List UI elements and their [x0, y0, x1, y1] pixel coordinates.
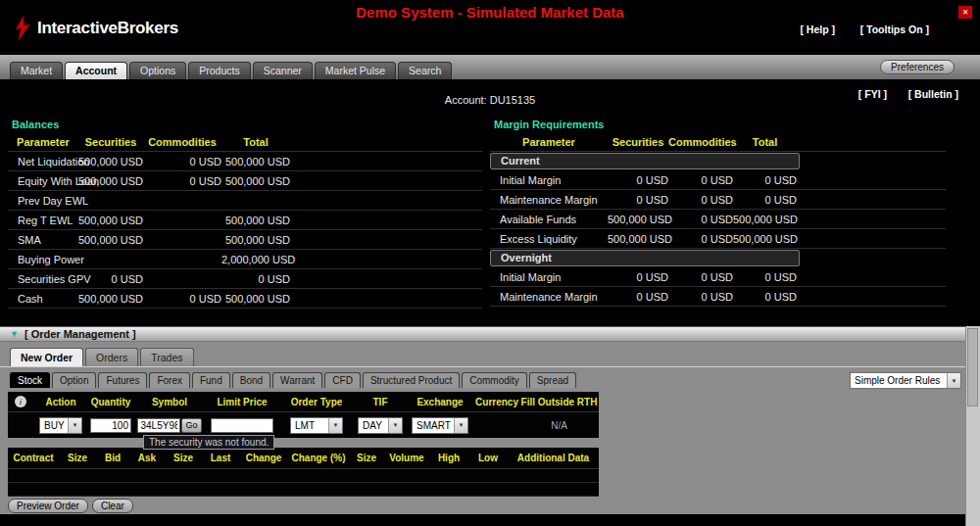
table-row: Cash 500,000 USD 0 USD 500,000 USD: [8, 289, 482, 309]
column-header-limit-price: Limit Price: [206, 397, 278, 407]
margin-commodities: 0 USD: [668, 174, 733, 186]
preferences-button[interactable]: Preferences: [880, 60, 955, 74]
instrument-tab-warrant[interactable]: Warrant: [272, 372, 322, 388]
tab-new-order[interactable]: New Order: [10, 348, 83, 366]
instrument-tab-structured-product[interactable]: Structured Product: [363, 372, 460, 388]
instrument-tab-stock[interactable]: Stock: [10, 372, 50, 388]
entry-cell-symbol: Go: [133, 418, 206, 433]
order-entry-header-row: i Action Quantity Symbol Limit Price Ord…: [8, 392, 599, 412]
margin-section-current: Current: [490, 153, 800, 169]
account-strip: Account: DU15135 [ FYI ] [ Bulletin ]: [0, 79, 980, 117]
table-row: Reg T EWL 500,000 USD 500,000 USD: [8, 211, 482, 230]
balances-title: Balances: [8, 117, 482, 133]
collapse-arrow-icon[interactable]: ▼: [10, 329, 19, 339]
table-row: [8, 483, 599, 497]
symbol-input[interactable]: [137, 418, 180, 433]
table-row: Excess Liquidity 500,000 USD 0 USD 500,0…: [490, 229, 946, 249]
balances-panel: Balances Parameter Securities Commoditie…: [8, 117, 482, 309]
brand-name: InteractiveBrokers: [37, 19, 178, 38]
order-rules-select[interactable]: Simple Order Rules ▼: [850, 372, 961, 389]
tooltips-toggle-link[interactable]: [ Tooltips On ]: [860, 24, 929, 35]
tab-market[interactable]: Market: [10, 62, 63, 79]
action-select[interactable]: BUY ▼: [39, 417, 82, 434]
info-icon[interactable]: i: [15, 396, 26, 407]
balance-securities: 500,000 USD: [78, 234, 143, 246]
exchange-select[interactable]: SMART ▼: [412, 417, 468, 434]
column-header-total: Total: [733, 136, 797, 148]
tab-account[interactable]: Account: [65, 62, 127, 79]
bulletin-link[interactable]: [ Bulletin ]: [908, 88, 958, 100]
margin-header-row: Parameter Securities Commodities Total: [490, 133, 946, 152]
go-button[interactable]: Go: [181, 418, 201, 433]
vertical-scrollbar[interactable]: [965, 326, 980, 526]
order-type-select[interactable]: LMT ▼: [290, 417, 343, 434]
instrument-tab-option[interactable]: Option: [52, 372, 96, 388]
tab-scanner[interactable]: Scanner: [253, 62, 313, 79]
instrument-tabs: Stock Option Futures Forex Fund Bond War…: [10, 372, 576, 388]
tif-select[interactable]: DAY ▼: [358, 417, 403, 434]
limit-price-input[interactable]: [211, 418, 273, 433]
tif-select-value: DAY: [363, 420, 382, 431]
table-row: Buying Power 2,000,000 USD: [8, 250, 482, 269]
instrument-tab-cfd[interactable]: CFD: [324, 372, 361, 388]
margin-total: 500,000 USD: [733, 214, 797, 225]
instrument-tab-bond[interactable]: Bond: [232, 372, 270, 388]
table-row: Net Liquidation 500,000 USD 0 USD 500,00…: [8, 152, 482, 171]
balance-parameter: SMA: [8, 234, 78, 246]
tab-options[interactable]: Options: [129, 62, 186, 79]
column-header-size: Size: [165, 453, 202, 463]
balance-securities: 500,000 USD: [78, 175, 143, 187]
balance-securities: 500,000 USD: [78, 156, 143, 167]
clear-button[interactable]: Clear: [92, 499, 133, 513]
column-header-currency: Currency: [474, 397, 519, 407]
help-link[interactable]: [ Help ]: [800, 24, 835, 35]
order-management-section: ▼ [ Order Management ] New Order Orders …: [0, 326, 965, 514]
margin-commodities: 0 USD: [668, 214, 733, 225]
margin-requirements-panel: Margin Requirements Parameter Securities…: [490, 117, 946, 307]
margin-total: 500,000 USD: [733, 233, 797, 245]
margin-total: 0 USD: [733, 174, 797, 186]
top-header: InteractiveBrokers Demo System - Simulat…: [0, 0, 980, 55]
table-row: Initial Margin 0 USD 0 USD 0 USD: [490, 267, 946, 287]
entry-cell-exchange: SMART ▼: [406, 417, 474, 434]
tab-orders[interactable]: Orders: [85, 348, 138, 366]
instrument-tab-futures[interactable]: Futures: [98, 372, 147, 388]
margin-securities: 500,000 USD: [608, 214, 668, 225]
tab-products[interactable]: Products: [188, 62, 250, 79]
footer-strip: [0, 514, 965, 526]
chevron-down-icon: ▼: [454, 418, 467, 433]
margin-parameter: Excess Liquidity: [490, 233, 608, 245]
balance-commodities: 0 USD: [143, 156, 221, 167]
fyi-link[interactable]: [ FYI ]: [858, 88, 887, 100]
column-header-change-pct: Change (%): [288, 453, 349, 463]
balance-commodities: 0 USD: [143, 175, 221, 187]
instrument-tab-commodity[interactable]: Commodity: [462, 372, 527, 388]
margin-section-overnight: Overnight: [490, 250, 800, 266]
tab-market-pulse[interactable]: Market Pulse: [315, 62, 396, 79]
balance-total: 500,000 USD: [221, 215, 290, 226]
column-header-symbol: Symbol: [133, 397, 206, 407]
exchange-select-value: SMART: [416, 420, 451, 431]
account-number: DU15135: [490, 94, 535, 106]
account-display: Account: DU15135: [0, 94, 980, 106]
account-label: Account:: [445, 94, 487, 106]
instrument-tab-forex[interactable]: Forex: [149, 372, 190, 388]
order-management-titlebar: ▼ [ Order Management ]: [0, 326, 965, 342]
column-header-bid: Bid: [96, 453, 129, 463]
table-row: Available Funds 500,000 USD 0 USD 500,00…: [490, 210, 946, 229]
instrument-tab-spread[interactable]: Spread: [529, 372, 576, 388]
instrument-tab-fund[interactable]: Fund: [192, 372, 230, 388]
quantity-input[interactable]: [90, 418, 131, 433]
table-row: Initial Margin 0 USD 0 USD 0 USD: [490, 170, 946, 190]
margin-securities: 0 USD: [608, 291, 668, 303]
preview-order-button[interactable]: Preview Order: [8, 499, 88, 513]
table-row: SMA 500,000 USD 500,000 USD: [8, 230, 482, 250]
scrollbar-thumb[interactable]: [967, 328, 978, 406]
margin-commodities: 0 USD: [668, 233, 733, 245]
tab-trades[interactable]: Trades: [140, 348, 193, 366]
close-icon[interactable]: ✕: [958, 6, 972, 19]
column-header-commodities: Commodities: [143, 136, 221, 148]
tab-search[interactable]: Search: [398, 62, 452, 79]
chevron-down-icon: ▼: [328, 418, 342, 433]
table-row: Equity With Loan 500,000 USD 0 USD 500,0…: [8, 171, 482, 191]
